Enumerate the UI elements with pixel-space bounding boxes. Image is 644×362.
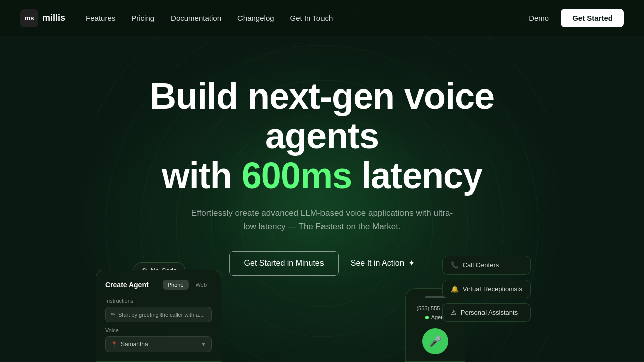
badge-virtual-receptionists: 🔔 Virtual Receptionists bbox=[442, 280, 531, 298]
hero-section: Build next-gen voice agents with 600ms l… bbox=[0, 36, 644, 276]
voice-chevron-icon: ▼ bbox=[201, 341, 206, 347]
nav-link-documentation[interactable]: Documentation bbox=[171, 14, 221, 22]
virtual-receptionists-icon: 🔔 bbox=[451, 285, 459, 293]
nav-item-changelog[interactable]: Changelog bbox=[237, 14, 274, 23]
virtual-receptionists-label: Virtual Receptionists bbox=[463, 285, 522, 293]
get-started-button[interactable]: Get Started in Minutes bbox=[229, 251, 339, 276]
navbar: ms millis Features Pricing Documentation… bbox=[0, 0, 644, 36]
nav-right: Demo Get Started bbox=[529, 9, 624, 27]
see-action-icon: ✦ bbox=[408, 258, 415, 268]
nav-left: ms millis Features Pricing Documentation… bbox=[20, 9, 333, 27]
call-centers-icon: 📞 bbox=[451, 261, 459, 269]
logo-icon: ms bbox=[20, 9, 38, 27]
nav-link-contact[interactable]: Get In Touch bbox=[290, 14, 333, 22]
call-centers-label: Call Centers bbox=[463, 261, 499, 269]
badge-call-centers: 📞 Call Centers bbox=[442, 256, 531, 275]
hero-title: Build next-gen voice agents with 600ms l… bbox=[96, 76, 548, 196]
nav-item-documentation[interactable]: Documentation bbox=[171, 14, 221, 23]
card-title: Create Agent bbox=[105, 281, 149, 289]
instructions-placeholder: Start by greeting the caller with a... bbox=[118, 312, 203, 318]
hero-subtitle: Effortlessly create advanced LLM-based v… bbox=[186, 206, 458, 233]
nav-item-features[interactable]: Features bbox=[86, 14, 115, 23]
nav-item-pricing[interactable]: Pricing bbox=[131, 14, 154, 23]
instructions-icon: ✏ bbox=[111, 311, 115, 318]
tab-group: Phone Web bbox=[163, 280, 212, 290]
personal-assistants-icon: ⚠ bbox=[451, 309, 457, 316]
instructions-input[interactable]: ✏ Start by greeting the caller with a... bbox=[105, 307, 212, 322]
nav-item-contact[interactable]: Get In Touch bbox=[290, 14, 333, 23]
nav-link-changelog[interactable]: Changelog bbox=[237, 14, 274, 22]
create-agent-card: Create Agent Phone Web Instructions ✏ St… bbox=[96, 270, 221, 362]
voice-icon: 📍 bbox=[111, 341, 118, 348]
see-action-label: See It in Action bbox=[351, 259, 405, 268]
nav-links: Features Pricing Documentation Changelog… bbox=[86, 14, 333, 23]
right-badges: 📞 Call Centers 🔔 Virtual Receptionists ⚠… bbox=[442, 256, 531, 322]
tab-phone[interactable]: Phone bbox=[163, 280, 189, 290]
nav-demo-link[interactable]: Demo bbox=[529, 14, 549, 22]
nav-link-features[interactable]: Features bbox=[86, 14, 115, 22]
voice-input[interactable]: 📍 Samantha ▼ bbox=[105, 336, 212, 352]
hero-title-line2-pre: with bbox=[162, 155, 242, 196]
hero-title-line2-post: latency bbox=[352, 155, 482, 196]
voice-value: Samantha bbox=[121, 341, 148, 348]
personal-assistants-label: Personal Assistants bbox=[461, 309, 518, 316]
mic-button[interactable]: 🎤 bbox=[422, 328, 448, 354]
nav-link-pricing[interactable]: Pricing bbox=[131, 14, 154, 22]
logo-text: millis bbox=[42, 13, 65, 23]
voice-label: Voice bbox=[105, 327, 212, 333]
nav-get-started-button[interactable]: Get Started bbox=[561, 9, 624, 27]
logo[interactable]: ms millis bbox=[20, 9, 65, 27]
mic-icon: 🎤 bbox=[429, 335, 442, 347]
instructions-label: Instructions bbox=[105, 298, 212, 304]
badge-personal-assistants: ⚠ Personal Assistants bbox=[442, 303, 531, 322]
hero-title-line1: Build next-gen voice agents bbox=[150, 76, 494, 156]
hero-buttons: Get Started in Minutes See It in Action … bbox=[229, 251, 415, 276]
hero-title-highlight: 600ms bbox=[242, 155, 352, 196]
card-header: Create Agent Phone Web bbox=[105, 280, 212, 290]
status-dot bbox=[425, 316, 429, 319]
see-it-in-action-button[interactable]: See It in Action ✦ bbox=[351, 258, 415, 268]
tab-web[interactable]: Web bbox=[191, 280, 212, 290]
